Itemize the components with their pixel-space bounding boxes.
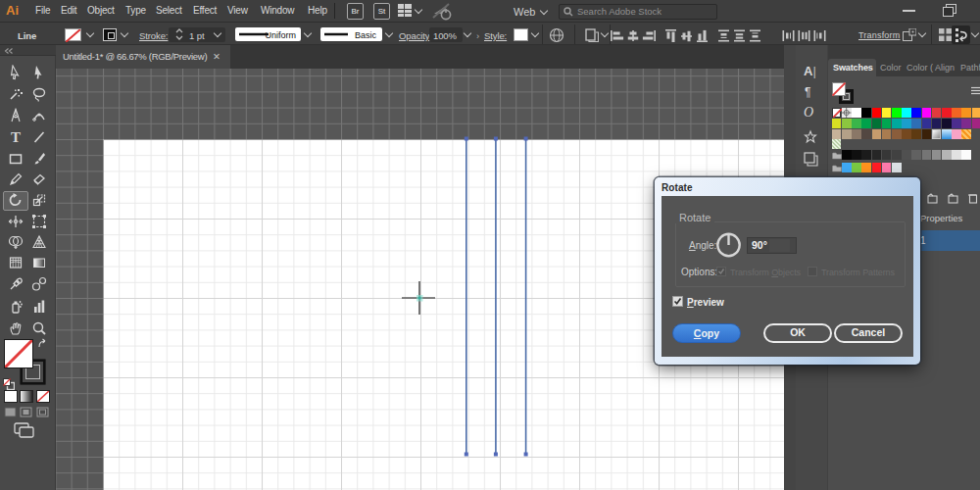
svg-text:T: T bbox=[11, 129, 21, 145]
